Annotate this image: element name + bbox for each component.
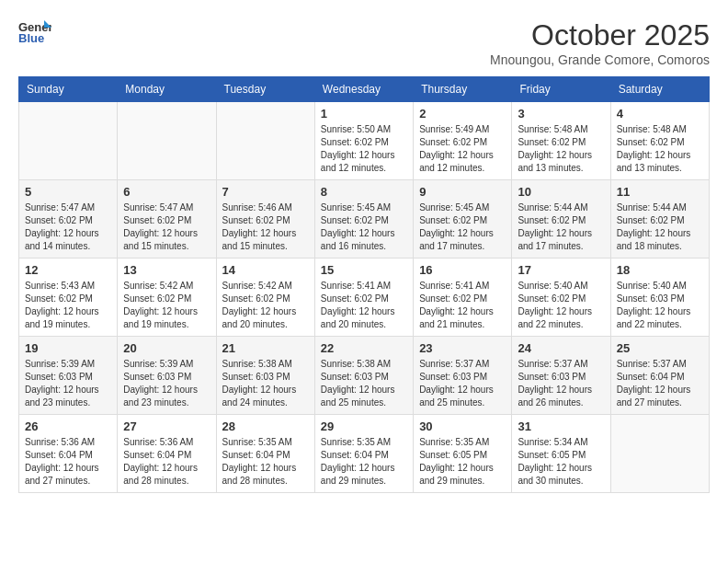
- day-info: Sunrise: 5:36 AM Sunset: 6:04 PM Dayligh…: [123, 436, 210, 488]
- day-number: 11: [617, 185, 703, 199]
- day-info: Sunrise: 5:39 AM Sunset: 6:03 PM Dayligh…: [25, 358, 111, 409]
- day-info: Sunrise: 5:39 AM Sunset: 6:03 PM Dayligh…: [123, 358, 210, 409]
- day-info: Sunrise: 5:45 AM Sunset: 6:02 PM Dayligh…: [419, 201, 506, 253]
- calendar-day-cell: 22Sunrise: 5:38 AM Sunset: 6:03 PM Dayli…: [314, 337, 413, 415]
- calendar-day-cell: [19, 102, 118, 180]
- calendar-day-cell: 31Sunrise: 5:34 AM Sunset: 6:05 PM Dayli…: [512, 415, 610, 493]
- day-number: 12: [25, 263, 111, 277]
- day-number: 7: [222, 185, 309, 199]
- day-number: 24: [518, 341, 604, 355]
- day-number: 10: [518, 185, 604, 199]
- calendar-day-cell: 25Sunrise: 5:37 AM Sunset: 6:04 PM Dayli…: [610, 337, 709, 415]
- calendar-day-cell: 7Sunrise: 5:46 AM Sunset: 6:02 PM Daylig…: [216, 180, 314, 259]
- calendar-header-cell: Tuesday: [216, 77, 314, 102]
- day-number: 30: [419, 419, 506, 433]
- svg-text:Blue: Blue: [18, 31, 44, 44]
- day-info: Sunrise: 5:42 AM Sunset: 6:02 PM Dayligh…: [222, 280, 309, 331]
- calendar-body: 1Sunrise: 5:50 AM Sunset: 6:02 PM Daylig…: [19, 102, 710, 493]
- calendar-day-cell: [216, 102, 314, 180]
- calendar-day-cell: 4Sunrise: 5:48 AM Sunset: 6:02 PM Daylig…: [610, 102, 709, 180]
- day-number: 17: [518, 263, 604, 277]
- day-info: Sunrise: 5:38 AM Sunset: 6:03 PM Dayligh…: [222, 358, 309, 409]
- calendar-header-cell: Wednesday: [314, 77, 413, 102]
- calendar-day-cell: 8Sunrise: 5:45 AM Sunset: 6:02 PM Daylig…: [314, 180, 413, 259]
- month-title: October 2025: [490, 18, 710, 52]
- calendar-day-cell: 27Sunrise: 5:36 AM Sunset: 6:04 PM Dayli…: [118, 415, 216, 493]
- calendar-day-cell: 15Sunrise: 5:41 AM Sunset: 6:02 PM Dayli…: [314, 259, 413, 337]
- day-info: Sunrise: 5:48 AM Sunset: 6:02 PM Dayligh…: [518, 123, 604, 175]
- calendar-day-cell: 30Sunrise: 5:35 AM Sunset: 6:05 PM Dayli…: [414, 415, 512, 493]
- day-info: Sunrise: 5:47 AM Sunset: 6:02 PM Dayligh…: [25, 201, 111, 253]
- calendar-header-cell: Sunday: [19, 77, 118, 102]
- calendar-day-cell: 21Sunrise: 5:38 AM Sunset: 6:03 PM Dayli…: [216, 337, 314, 415]
- calendar-day-cell: 29Sunrise: 5:35 AM Sunset: 6:04 PM Dayli…: [314, 415, 413, 493]
- calendar-day-cell: 20Sunrise: 5:39 AM Sunset: 6:03 PM Dayli…: [118, 337, 216, 415]
- day-info: Sunrise: 5:45 AM Sunset: 6:02 PM Dayligh…: [321, 201, 407, 253]
- calendar-header-cell: Monday: [118, 77, 216, 102]
- logo-icon: General Blue: [18, 18, 51, 48]
- location: Mnoungou, Grande Comore, Comoros: [490, 52, 710, 67]
- calendar-day-cell: [118, 102, 216, 180]
- calendar-day-cell: 24Sunrise: 5:37 AM Sunset: 6:03 PM Dayli…: [512, 337, 610, 415]
- calendar-week-row: 12Sunrise: 5:43 AM Sunset: 6:02 PM Dayli…: [19, 259, 710, 337]
- day-number: 18: [617, 263, 703, 277]
- day-number: 9: [419, 185, 506, 199]
- page-header: General Blue October 2025 Mnoungou, Gran…: [18, 18, 710, 67]
- day-info: Sunrise: 5:44 AM Sunset: 6:02 PM Dayligh…: [518, 201, 604, 253]
- calendar-day-cell: 10Sunrise: 5:44 AM Sunset: 6:02 PM Dayli…: [512, 180, 610, 259]
- day-number: 22: [321, 341, 407, 355]
- day-number: 16: [419, 263, 506, 277]
- calendar-day-cell: 6Sunrise: 5:47 AM Sunset: 6:02 PM Daylig…: [118, 180, 216, 259]
- day-number: 2: [419, 107, 506, 121]
- day-info: Sunrise: 5:35 AM Sunset: 6:04 PM Dayligh…: [321, 436, 407, 488]
- calendar-day-cell: 28Sunrise: 5:35 AM Sunset: 6:04 PM Dayli…: [216, 415, 314, 493]
- day-number: 5: [25, 185, 111, 199]
- calendar-table: SundayMondayTuesdayWednesdayThursdayFrid…: [18, 76, 710, 493]
- day-info: Sunrise: 5:38 AM Sunset: 6:03 PM Dayligh…: [321, 358, 407, 409]
- calendar-day-cell: 9Sunrise: 5:45 AM Sunset: 6:02 PM Daylig…: [414, 180, 512, 259]
- calendar-day-cell: 3Sunrise: 5:48 AM Sunset: 6:02 PM Daylig…: [512, 102, 610, 180]
- calendar-day-cell: 13Sunrise: 5:42 AM Sunset: 6:02 PM Dayli…: [118, 259, 216, 337]
- day-info: Sunrise: 5:40 AM Sunset: 6:02 PM Dayligh…: [518, 280, 604, 331]
- day-info: Sunrise: 5:35 AM Sunset: 6:04 PM Dayligh…: [222, 436, 309, 488]
- calendar-header-cell: Thursday: [414, 77, 512, 102]
- day-info: Sunrise: 5:50 AM Sunset: 6:02 PM Dayligh…: [321, 123, 407, 175]
- day-number: 8: [321, 185, 407, 199]
- calendar-day-cell: 16Sunrise: 5:41 AM Sunset: 6:02 PM Dayli…: [414, 259, 512, 337]
- day-info: Sunrise: 5:49 AM Sunset: 6:02 PM Dayligh…: [419, 123, 506, 175]
- day-info: Sunrise: 5:35 AM Sunset: 6:05 PM Dayligh…: [419, 436, 506, 488]
- day-number: 14: [222, 263, 309, 277]
- day-info: Sunrise: 5:37 AM Sunset: 6:04 PM Dayligh…: [617, 358, 703, 409]
- day-number: 28: [222, 419, 309, 433]
- day-info: Sunrise: 5:43 AM Sunset: 6:02 PM Dayligh…: [25, 280, 111, 331]
- title-section: October 2025 Mnoungou, Grande Comore, Co…: [490, 18, 710, 67]
- day-info: Sunrise: 5:34 AM Sunset: 6:05 PM Dayligh…: [518, 436, 604, 488]
- day-info: Sunrise: 5:48 AM Sunset: 6:02 PM Dayligh…: [617, 123, 703, 175]
- calendar-day-cell: 2Sunrise: 5:49 AM Sunset: 6:02 PM Daylig…: [414, 102, 512, 180]
- day-number: 6: [123, 185, 210, 199]
- calendar-day-cell: 19Sunrise: 5:39 AM Sunset: 6:03 PM Dayli…: [19, 337, 118, 415]
- calendar-header-row: SundayMondayTuesdayWednesdayThursdayFrid…: [19, 77, 710, 102]
- day-info: Sunrise: 5:42 AM Sunset: 6:02 PM Dayligh…: [123, 280, 210, 331]
- calendar-day-cell: 18Sunrise: 5:40 AM Sunset: 6:03 PM Dayli…: [610, 259, 709, 337]
- calendar-header-cell: Friday: [512, 77, 610, 102]
- day-info: Sunrise: 5:40 AM Sunset: 6:03 PM Dayligh…: [617, 280, 703, 331]
- day-number: 29: [321, 419, 407, 433]
- day-number: 1: [321, 107, 407, 121]
- day-number: 4: [617, 107, 703, 121]
- day-number: 31: [518, 419, 604, 433]
- day-info: Sunrise: 5:44 AM Sunset: 6:02 PM Dayligh…: [617, 201, 703, 253]
- day-number: 25: [617, 341, 703, 355]
- calendar-day-cell: 14Sunrise: 5:42 AM Sunset: 6:02 PM Dayli…: [216, 259, 314, 337]
- calendar-day-cell: 26Sunrise: 5:36 AM Sunset: 6:04 PM Dayli…: [19, 415, 118, 493]
- day-info: Sunrise: 5:47 AM Sunset: 6:02 PM Dayligh…: [123, 201, 210, 253]
- day-number: 21: [222, 341, 309, 355]
- day-info: Sunrise: 5:36 AM Sunset: 6:04 PM Dayligh…: [25, 436, 111, 488]
- day-number: 27: [123, 419, 210, 433]
- calendar-week-row: 1Sunrise: 5:50 AM Sunset: 6:02 PM Daylig…: [19, 102, 710, 180]
- calendar-day-cell: 5Sunrise: 5:47 AM Sunset: 6:02 PM Daylig…: [19, 180, 118, 259]
- calendar-day-cell: 1Sunrise: 5:50 AM Sunset: 6:02 PM Daylig…: [314, 102, 413, 180]
- day-number: 20: [123, 341, 210, 355]
- day-info: Sunrise: 5:37 AM Sunset: 6:03 PM Dayligh…: [518, 358, 604, 409]
- day-info: Sunrise: 5:46 AM Sunset: 6:02 PM Dayligh…: [222, 201, 309, 253]
